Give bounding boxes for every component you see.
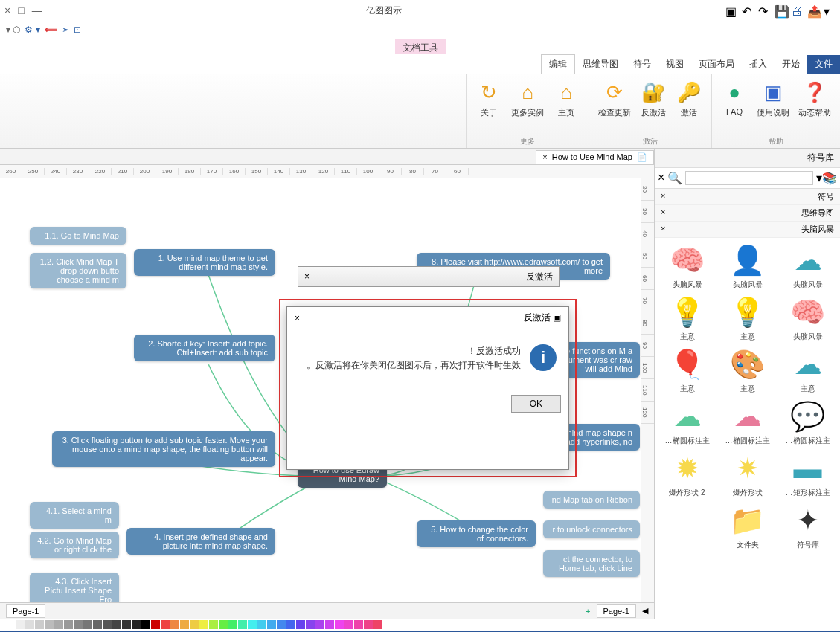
close-icon[interactable]: × bbox=[658, 171, 664, 185]
page-tab-1[interactable]: Page-1 bbox=[597, 604, 636, 618]
color-swatch[interactable] bbox=[257, 620, 266, 629]
ribbon-button[interactable]: ⌂主页 bbox=[551, 77, 581, 120]
color-swatch[interactable] bbox=[64, 620, 73, 629]
color-swatch[interactable] bbox=[190, 620, 199, 629]
color-swatch[interactable] bbox=[6, 620, 15, 629]
category-brainstorm[interactable]: 头脑风暴× bbox=[655, 222, 840, 238]
color-swatch[interactable] bbox=[35, 620, 44, 629]
topic-4[interactable]: 4. Insert pre-defined shape and picture … bbox=[126, 528, 275, 555]
close-icon[interactable]: × bbox=[304, 271, 310, 282]
color-swatch[interactable] bbox=[180, 620, 189, 629]
tab-file[interactable]: 文件 bbox=[807, 55, 840, 74]
qa-redo-icon[interactable]: ↷ bbox=[758, 4, 770, 16]
topic-1-2[interactable]: 1.2. Click Mind Map T drop down butto ch… bbox=[30, 253, 126, 288]
color-swatch[interactable] bbox=[277, 620, 286, 629]
color-swatch[interactable] bbox=[354, 620, 363, 629]
qa-print-icon[interactable]: 🖨 bbox=[791, 4, 803, 16]
color-swatch[interactable] bbox=[199, 620, 208, 629]
page-nav-icon[interactable]: ◀ bbox=[642, 606, 648, 616]
topic-3[interactable]: 3. Click floating button to add sub topi… bbox=[52, 431, 275, 467]
ribbon-button[interactable]: ●FAQ bbox=[719, 77, 749, 120]
topic-5-1[interactable]: nd Map tab on Ribbon bbox=[543, 491, 640, 509]
search-icon[interactable]: 🔍 bbox=[667, 171, 682, 185]
color-swatch[interactable] bbox=[364, 620, 373, 629]
qb-gear-icon[interactable]: ⚙ ▾ bbox=[25, 25, 39, 35]
ribbon-button[interactable]: ▣使用说明 bbox=[755, 77, 791, 120]
ribbon-button[interactable]: 🔐反激活 bbox=[638, 77, 668, 120]
color-swatch[interactable] bbox=[141, 620, 150, 629]
color-swatch[interactable] bbox=[228, 620, 237, 629]
topic-1-1[interactable]: 1.1. Go to Mind Map bbox=[30, 227, 126, 245]
ok-button[interactable]: OK bbox=[511, 395, 561, 413]
color-swatch[interactable] bbox=[122, 620, 131, 629]
topic-1[interactable]: 1. Use mind map theme to get different m… bbox=[134, 249, 275, 276]
category-mindmap[interactable]: 思维导图× bbox=[655, 205, 840, 222]
ribbon-button[interactable]: ↻关于 bbox=[474, 77, 504, 120]
qa-undo-icon[interactable]: ↶ bbox=[742, 4, 754, 16]
topic-2[interactable]: 2. Shortcut key: Insert: add topic. Ctrl… bbox=[134, 335, 275, 361]
color-swatch[interactable] bbox=[325, 620, 334, 629]
shape-item[interactable]: ☁椭圆标注主… bbox=[719, 399, 775, 446]
qb-red-mark[interactable]: ⟸ bbox=[45, 25, 57, 35]
window-max[interactable]: □ bbox=[18, 4, 24, 16]
shape-item[interactable]: 👤头脑风暴 bbox=[719, 242, 775, 290]
color-swatch[interactable] bbox=[209, 620, 218, 629]
tab-view[interactable]: 视图 bbox=[658, 55, 691, 74]
color-swatch[interactable] bbox=[45, 620, 54, 629]
color-swatch[interactable] bbox=[161, 620, 170, 629]
tab-edit[interactable]: 编辑 bbox=[541, 54, 575, 74]
shape-item[interactable]: 💡主意 bbox=[719, 294, 775, 342]
qa-icon[interactable]: ▣ bbox=[725, 4, 737, 16]
shape-item[interactable]: 📁文件夹 bbox=[719, 503, 775, 550]
color-swatch[interactable] bbox=[267, 620, 276, 629]
tab-layout[interactable]: 页面布局 bbox=[691, 55, 742, 74]
window-min[interactable]: — bbox=[32, 4, 42, 16]
shape-item[interactable]: ✦符号库 bbox=[780, 503, 836, 550]
qa-export-icon[interactable]: 📤 bbox=[807, 4, 819, 16]
ribbon-button[interactable]: ⌂更多实例 bbox=[510, 77, 545, 120]
shape-item[interactable]: 💡主意 bbox=[659, 294, 715, 342]
library-icon[interactable]: 📚▾ bbox=[816, 171, 837, 185]
color-swatch[interactable] bbox=[248, 620, 257, 629]
qb-dropdown-icon[interactable]: ▾ ⬡ bbox=[6, 25, 20, 35]
color-swatch[interactable] bbox=[112, 620, 121, 629]
color-swatch[interactable] bbox=[296, 620, 305, 629]
document-tab[interactable]: 📄 How to Use Mind Map × bbox=[536, 150, 654, 164]
color-swatch[interactable] bbox=[54, 620, 63, 629]
qa-dropdown-icon[interactable]: ▾ bbox=[824, 4, 836, 16]
color-swatch[interactable] bbox=[93, 620, 102, 629]
topic-5[interactable]: 5. How to change the color of connectors… bbox=[417, 520, 536, 547]
window-close[interactable]: × bbox=[4, 4, 10, 16]
ribbon-button[interactable]: ⟳检查更新 bbox=[597, 77, 632, 120]
qa-save-icon[interactable]: 💾 bbox=[775, 4, 786, 16]
color-swatch[interactable] bbox=[25, 620, 34, 629]
shape-item[interactable]: ✹爆炸形状 2 bbox=[659, 451, 715, 498]
close-icon[interactable]: × bbox=[661, 224, 665, 235]
ribbon-button[interactable]: ❓动态帮助 bbox=[797, 77, 833, 120]
tab-home[interactable]: 开始 bbox=[775, 55, 807, 74]
color-swatch[interactable] bbox=[344, 620, 353, 629]
tab-symbol[interactable]: 符号 bbox=[626, 55, 658, 74]
topic-4-1[interactable]: 4.1. Select a mind m bbox=[30, 502, 119, 529]
add-page-icon[interactable]: + bbox=[586, 607, 590, 616]
shape-item[interactable]: ☁椭圆标注主… bbox=[659, 399, 715, 446]
page-tab-2[interactable]: Page-1 bbox=[6, 604, 45, 618]
topic-4-2[interactable]: 4.2. Go to Mind Map or right click the bbox=[30, 532, 119, 558]
shape-item[interactable]: ▬矩形标注主… bbox=[780, 451, 836, 498]
tab-insert[interactable]: 插入 bbox=[742, 55, 775, 74]
close-icon[interactable]: × bbox=[661, 191, 665, 202]
category-symbols[interactable]: 符号× bbox=[655, 189, 840, 205]
qb-share-icon[interactable]: ➣ bbox=[62, 25, 69, 35]
topic-5-3[interactable]: ct the connector, to Home tab, click Lin… bbox=[543, 550, 640, 577]
topic-4-3[interactable]: 4.3. Click Insert Pictu Insert Shape Fro bbox=[30, 573, 119, 602]
shape-item[interactable]: 💬椭圆标注主… bbox=[780, 399, 836, 446]
color-swatch[interactable] bbox=[219, 620, 228, 629]
color-swatch[interactable] bbox=[16, 620, 25, 629]
color-swatch[interactable] bbox=[373, 620, 382, 629]
topic-5-2[interactable]: r to unlock connectors bbox=[543, 520, 640, 538]
color-swatch[interactable] bbox=[74, 620, 83, 629]
close-icon[interactable]: × bbox=[295, 313, 300, 323]
close-icon[interactable]: × bbox=[661, 207, 665, 219]
shape-item[interactable]: 🧠头脑风暴 bbox=[780, 294, 836, 342]
shape-item[interactable]: 🎈主意 bbox=[659, 346, 715, 394]
